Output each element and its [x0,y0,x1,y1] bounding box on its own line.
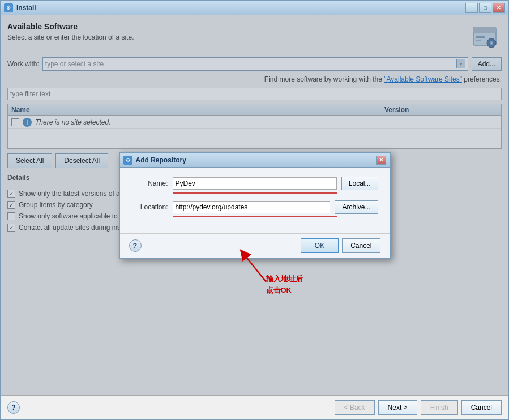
ok-button[interactable]: OK [301,238,339,253]
footer: ? < Back Next > Finish Cancel [1,395,508,419]
modal-title-bar: ⚙ Add Repository ✕ [120,153,390,168]
annotation-text: 输入地址后 点击OK [266,273,303,295]
window-icon: ⚙ [4,3,13,12]
title-bar-controls: ─ □ ✕ [465,3,505,13]
location-row: Location: Archive... [131,200,378,214]
modal-title: Add Repository [136,156,376,164]
modal-footer: ? OK Cancel [120,233,390,258]
finish-button[interactable]: Finish [421,400,458,415]
title-bar: ⚙ Install ─ □ ✕ [1,1,508,15]
next-button[interactable]: Next > [378,400,417,415]
modal-body: Name: Local... Location: Archive... [120,168,390,233]
minimize-button[interactable]: ─ [465,3,478,13]
location-input[interactable] [173,201,331,213]
modal-overlay: ⚙ Add Repository ✕ Name: Local... [1,15,508,395]
close-button[interactable]: ✕ [493,3,505,13]
window-title: Install [16,4,465,12]
back-button[interactable]: < Back [335,400,375,415]
location-label: Location: [131,203,168,211]
modal-dialog: ⚙ Add Repository ✕ Name: Local... [119,152,391,259]
modal-close-button[interactable]: ✕ [376,156,386,165]
local-button[interactable]: Local... [341,177,378,190]
main-window: ⚙ Install ─ □ ✕ Available Software Selec… [0,0,509,420]
location-underline [173,216,337,217]
name-label: Name: [131,179,168,187]
name-underline [173,192,337,194]
modal-container: ⚙ Add Repository ✕ Name: Local... [119,152,391,259]
archive-button[interactable]: Archive... [335,200,378,214]
main-content: Available Software Select a site or ente… [1,15,508,395]
modal-icon: ⚙ [123,156,132,165]
modal-help-button[interactable]: ? [129,239,142,252]
modal-cancel-button[interactable]: Cancel [342,238,380,253]
cancel-button[interactable]: Cancel [461,400,502,415]
maximize-button[interactable]: □ [479,3,491,13]
name-input[interactable] [173,177,337,190]
help-button[interactable]: ? [7,401,20,414]
name-row: Name: Local... [131,177,378,190]
